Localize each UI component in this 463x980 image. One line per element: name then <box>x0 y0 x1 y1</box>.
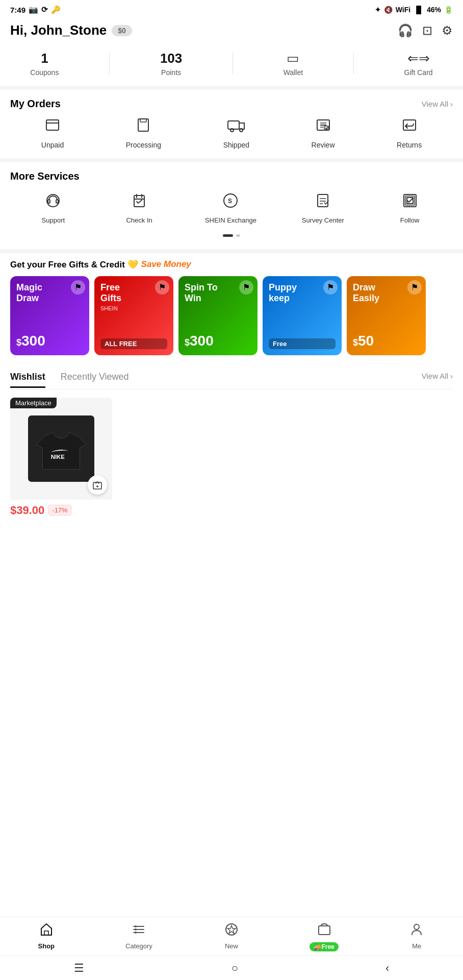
points-stat[interactable]: 103 Points <box>160 51 182 77</box>
magic-draw-badge: ⚑ <box>71 280 85 295</box>
giftcard-icon: ⇐⇒ <box>407 51 430 66</box>
free-gifts-tag: ALL FREE <box>100 338 167 349</box>
svg-text:S: S <box>228 198 232 205</box>
product-nike-sweater[interactable]: Marketplace NIKE <box>10 398 112 519</box>
service-follow[interactable]: Follow <box>390 192 430 225</box>
promo-card-spin[interactable]: Spin ToWin $300 ⚑ <box>178 276 258 355</box>
order-processing[interactable]: Processing <box>126 117 161 149</box>
page-dots <box>10 230 453 244</box>
svg-rect-30 <box>44 931 48 935</box>
time-display: 7:49 <box>10 6 25 14</box>
svg-rect-0 <box>46 120 59 130</box>
svg-rect-12 <box>56 200 58 203</box>
divider-1 <box>0 158 463 162</box>
divider-2 <box>0 249 463 253</box>
shop-icon <box>39 922 54 940</box>
svg-rect-19 <box>318 194 328 207</box>
support-label: Support <box>42 216 65 225</box>
my-orders-section: My Orders View All › Unpaid Processin <box>0 90 463 158</box>
wishlist-tabs: Wishlist Recently Viewed <box>10 372 129 388</box>
order-returns[interactable]: Returns <box>397 117 422 149</box>
wishlist-section: Wishlist Recently Viewed View All › Mark… <box>0 363 463 524</box>
coupons-label: Coupons <box>30 68 59 77</box>
magic-draw-amount: $300 <box>16 333 83 349</box>
follow-label: Follow <box>400 216 420 225</box>
nike-shirt-image: NIKE <box>28 415 94 482</box>
service-checkin[interactable]: Check In <box>119 192 160 225</box>
dot-active <box>223 234 233 237</box>
svg-point-6 <box>240 129 243 132</box>
services-title: More Services <box>10 170 80 182</box>
unpaid-icon <box>44 117 61 137</box>
spin-amount: $300 <box>185 333 251 349</box>
tab-wishlist[interactable]: Wishlist <box>10 372 45 388</box>
service-support[interactable]: Support <box>33 192 73 225</box>
category-label: Category <box>125 942 152 950</box>
order-review[interactable]: Review <box>312 117 335 149</box>
wishlist-view-all[interactable]: View All › <box>422 372 453 380</box>
svg-point-34 <box>135 925 137 927</box>
system-nav-bar: ☰ ○ ‹ <box>0 955 463 980</box>
settings-icon[interactable]: ⚙ <box>442 23 453 38</box>
orders-grid: Unpaid Processing Shipped <box>10 117 453 153</box>
promo-card-draw[interactable]: DrawEasily $50 ⚑ <box>347 276 426 355</box>
bottom-nav: Shop Category New <box>0 917 463 955</box>
survey-label: Survey Center <box>302 216 344 225</box>
tab-recently-viewed[interactable]: Recently Viewed <box>61 372 129 388</box>
order-unpaid[interactable]: Unpaid <box>41 117 64 149</box>
wishlist-tab-label: Wishlist <box>10 372 45 382</box>
draw-amount: $50 <box>353 333 420 349</box>
discount-badge: -17% <box>48 505 71 516</box>
wallet-stat[interactable]: ▭ Wallet <box>284 51 303 77</box>
home-circle-icon[interactable]: ○ <box>232 962 238 975</box>
draw-badge: ⚑ <box>407 280 422 295</box>
promo-text: Get your Free Gifts & Credit 💛 <box>10 259 138 270</box>
free-gifts-badge: ⚑ <box>155 280 169 295</box>
order-shipped[interactable]: Shipped <box>223 117 249 149</box>
orders-view-all[interactable]: View All › <box>422 100 453 108</box>
header: Hi, John_Stone $0 🎧 ⊡ ⚙ <box>0 17 463 45</box>
promo-card-free-gifts[interactable]: FreeGifts SHEIN ALL FREE ⚑ <box>94 276 173 355</box>
nav-category[interactable]: Category <box>118 922 159 951</box>
nav-new[interactable]: New <box>211 922 252 951</box>
svg-rect-13 <box>134 195 144 207</box>
puppy-badge: ⚑ <box>323 280 338 295</box>
wallet-icon: ▭ <box>287 51 299 66</box>
exchange-icon: S <box>222 192 239 212</box>
giftcard-stat[interactable]: ⇐⇒ Gift Card <box>404 51 433 77</box>
tabs-header: Wishlist Recently Viewed View All › <box>10 372 453 389</box>
add-to-cart-button[interactable] <box>88 475 107 495</box>
category-icon <box>132 922 146 940</box>
status-bar: 7:49 📷 ⟳ 🔑 ✦ 🔇 WiFi ▐▌ 46% 🔋 <box>0 0 463 17</box>
puppy-tag: Free <box>269 338 336 349</box>
processing-icon <box>135 117 151 137</box>
service-exchange[interactable]: S SHEIN Exchange <box>205 192 256 225</box>
free-gifts-brand: SHEIN <box>100 305 167 311</box>
service-survey[interactable]: Survey Center <box>302 192 344 225</box>
status-time: 7:49 📷 ⟳ 🔑 <box>10 5 61 14</box>
survey-icon <box>315 192 331 212</box>
coupons-stat[interactable]: 1 Coupons <box>30 51 59 77</box>
product-grid: Marketplace NIKE <box>10 398 453 519</box>
exchange-label: SHEIN Exchange <box>205 216 256 225</box>
returns-icon <box>401 117 418 137</box>
points-badge[interactable]: $0 <box>112 25 132 36</box>
wishlist-view-all-text: View All <box>422 372 448 380</box>
nav-me[interactable]: Me <box>396 922 437 951</box>
nav-shop[interactable]: Shop <box>26 922 67 951</box>
promo-cards-scroll[interactable]: MagicDraw $300 ⚑ FreeGifts SHEIN ALL FRE… <box>0 276 463 363</box>
nav-free[interactable]: 🚚Free <box>304 922 345 951</box>
key-icon: 🔑 <box>51 5 61 14</box>
customer-service-icon[interactable]: 🎧 <box>398 23 413 38</box>
scan-icon[interactable]: ⊡ <box>422 23 432 38</box>
menu-icon[interactable]: ☰ <box>74 962 84 975</box>
points-value: 103 <box>160 51 182 66</box>
svg-rect-38 <box>319 926 330 935</box>
back-icon[interactable]: ‹ <box>385 962 389 975</box>
signal-icon: ▐▌ <box>414 6 424 14</box>
spin-badge: ⚑ <box>239 280 253 295</box>
checkin-label: Check In <box>126 216 152 225</box>
promo-card-puppy[interactable]: Puppykeep Free ⚑ <box>263 276 342 355</box>
promo-card-magic-draw[interactable]: MagicDraw $300 ⚑ <box>10 276 89 355</box>
svg-point-36 <box>135 932 137 934</box>
